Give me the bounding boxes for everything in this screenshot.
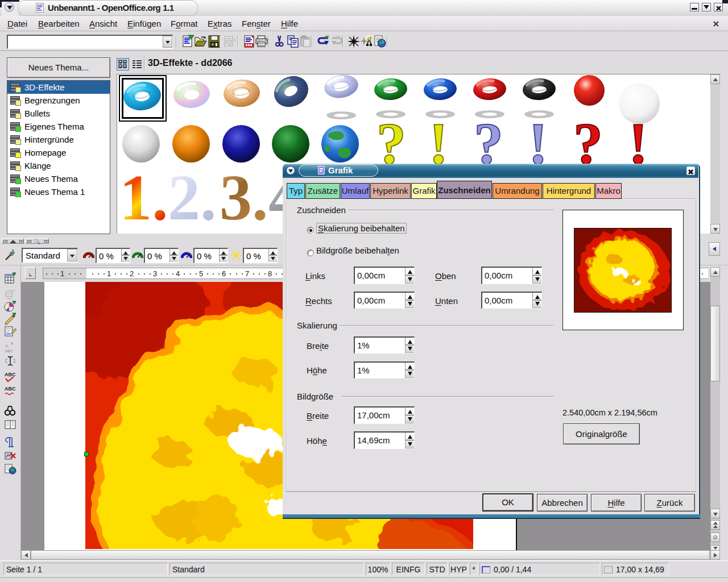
- svg-text:1.: 1.: [119, 161, 168, 234]
- svg-text:2.: 2.: [168, 161, 217, 234]
- svg-text:ABC: ABC: [5, 349, 13, 353]
- svg-text:A: A: [5, 343, 9, 349]
- svg-text:ABC: ABC: [5, 386, 16, 392]
- svg-text:3.: 3.: [220, 161, 268, 234]
- svg-text:ABC: ABC: [5, 372, 16, 377]
